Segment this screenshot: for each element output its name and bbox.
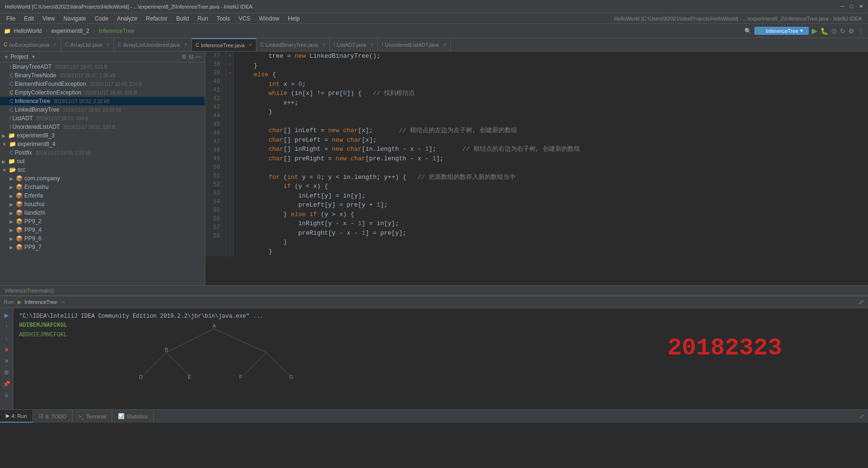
maximize-btn[interactable]: □ — [850, 3, 853, 10]
run-tab-label[interactable]: InferenceTree — [24, 299, 57, 305]
menu-file[interactable]: File — [2, 14, 19, 23]
sidebar-item-pp92[interactable]: ▶ 📦 PP9_2 — [0, 217, 205, 226]
bottom-tab-run[interactable]: ▶ 4: Run — [0, 410, 33, 423]
tab-close-listadt[interactable]: ✕ — [370, 42, 374, 47]
tab-close-onexception[interactable]: ✕ — [53, 42, 57, 47]
menu-view[interactable]: View — [39, 14, 59, 23]
sidebar-item-comcompany[interactable]: ▶ 📦 com.company — [0, 174, 205, 183]
sidebar-item-pp96[interactable]: ▶ 📦 PP9_6 — [0, 234, 205, 243]
run-scroll-up-btn[interactable]: ↑ — [1, 322, 12, 332]
sidebar-item-experiment83[interactable]: ▶ 📁 experiment8_3 — [0, 131, 205, 140]
tab-arraylistunordered[interactable]: C ArrayListUnordered.java ✕ — [114, 38, 192, 51]
menu-build[interactable]: Build — [172, 14, 193, 23]
code-line-37: tree = new LinkedBinaryTree(); — [239, 52, 863, 61]
debug-button[interactable]: 🐛 — [820, 27, 828, 35]
sidebar-item-listadt[interactable]: I ListADT 2019/11/17 18:51, 634 B — [0, 114, 205, 123]
code-editor[interactable]: 37 38 39 40 41 42 43 44 45 46 47 48 49 5… — [205, 52, 868, 285]
tab-unorderedlistadt[interactable]: I UnorderedListADT.java ✕ — [378, 38, 451, 51]
bottom-tab-todo[interactable]: ☑ 6: TODO — [33, 410, 73, 423]
run-config-selector[interactable]: ▶ InferenceTree ▾ — [754, 27, 809, 35]
run-left-toolbar: ▶ ↑ ↓ ■ ✕ ⚙ 📌 ≡ — [0, 308, 13, 409]
run-tab-close[interactable]: ✕ — [62, 300, 65, 305]
breadcrumb-file[interactable]: InferenceTree — [99, 28, 134, 34]
update-button[interactable]: ↻ — [840, 27, 846, 35]
settings-icon[interactable]: ⚙ — [848, 27, 855, 35]
sidebar-item-pp97[interactable]: ▶ 📦 PP9_7 — [0, 243, 205, 251]
coverage-button[interactable]: ⊙ — [831, 27, 837, 35]
line-num-44: 44 — [209, 112, 222, 120]
sidebar-item-erfenfa[interactable]: ▶ 📦 Erfenfa — [0, 191, 205, 200]
run-pin-btn[interactable]: 📌 — [1, 379, 12, 389]
tab-linkedbinarytree[interactable]: C LinkedBinaryTree.java ✕ — [256, 38, 329, 51]
code-line-58: } — [239, 247, 863, 257]
tab-close-arraylistunordered[interactable]: ✕ — [184, 42, 188, 47]
sidebar-close-icon[interactable]: — — [195, 53, 201, 60]
run-play-btn[interactable]: ▶ — [1, 310, 12, 321]
menu-vcs[interactable]: VCS — [235, 14, 254, 23]
tab-inferencetree[interactable]: C InferenceTree.java ✕ — [192, 38, 257, 51]
sidebar-item-liandizhi[interactable]: ▶ 📦 liandizhi — [0, 208, 205, 217]
folder-label-out: out — [17, 158, 25, 165]
breadcrumb-method[interactable]: main() — [39, 288, 54, 293]
menu-tools[interactable]: Tools — [213, 14, 234, 23]
sidebar-item-inferencetree[interactable]: C InferenceTree 2019/11/17 18:52, 2.32 k… — [0, 97, 205, 105]
line-num-40: 40 — [209, 77, 222, 86]
run-right-expand[interactable]: ⤢ — [858, 298, 864, 306]
run-close-tab-btn[interactable]: ✕ — [1, 356, 12, 366]
tab-onexception[interactable]: C onException.java ✕ — [0, 38, 61, 51]
menu-code[interactable]: Code — [91, 14, 112, 23]
breadcrumb-class[interactable]: InferenceTree — [5, 288, 37, 293]
menu-navigate[interactable]: Navigate — [60, 14, 90, 23]
menu-refactor[interactable]: Refactor — [142, 14, 171, 23]
run-stop-btn[interactable]: ■ — [1, 344, 12, 355]
breadcrumb-project[interactable]: HelloWorld — [14, 28, 42, 34]
run-filter-btn[interactable]: ≡ — [1, 390, 12, 401]
menu-help[interactable]: Help — [284, 14, 304, 23]
sidebar-item-houzhui[interactable]: ▶ 📦 houzhui — [0, 200, 205, 208]
tab-close-linkedbinarytree[interactable]: ✕ — [322, 42, 326, 47]
menu-window[interactable]: Window — [255, 14, 283, 23]
run-scroll-down-btn[interactable]: ↓ — [1, 333, 12, 343]
tab-listadt[interactable]: I ListADT.java ✕ — [330, 38, 378, 51]
sidebar-item-binarytreeadt[interactable]: I BinaryTreeADT 2019/11/17 18:47, 623 B — [0, 62, 205, 71]
sidebar-item-postfix[interactable]: C Postfix 2019/11/17 19:00, 2.25 kB — [0, 148, 205, 157]
sidebar-item-src[interactable]: ▼ 📂 src — [0, 166, 205, 174]
run-button[interactable]: ▶ — [812, 26, 817, 35]
project-dropdown-icon[interactable]: ▾ — [32, 53, 35, 60]
run-settings-btn[interactable]: ⚙ — [1, 367, 12, 378]
sidebar-item-out[interactable]: ▶ 📁 out — [0, 157, 205, 166]
tab-close-inferencetree[interactable]: ✕ — [248, 42, 252, 48]
sidebar-gear-icon[interactable]: ⚙ — [181, 53, 187, 60]
menu-analyze[interactable]: Analyze — [113, 14, 141, 23]
sidebar-item-linkedbinarytree[interactable]: C LinkedBinaryTree 2019/11/17 18:50, 13.… — [0, 105, 205, 114]
expand-icon-exp84: ▼ — [2, 142, 7, 147]
run-content: "C:\IDEA\IntelliJ IDEA Community Edition… — [13, 308, 868, 409]
bottom-tab-statistics[interactable]: 📊 Statistics — [112, 410, 154, 423]
tab-icon-arraylistunordered: C — [118, 42, 121, 47]
tab-close-arraylist[interactable]: ✕ — [106, 42, 110, 47]
sidebar-item-erchashu[interactable]: ▶ 📦 Erchashu — [0, 183, 205, 191]
sidebar-item-binarytreenode[interactable]: C BinaryTreeNode 2019/11/17 18:47, 2.06 … — [0, 71, 205, 80]
line-numbers: 37 38 39 40 41 42 43 44 45 46 47 48 49 5… — [205, 52, 226, 256]
sidebar-item-pp94[interactable]: ▶ 📦 PP9_4 — [0, 226, 205, 234]
line-num-37: 37 — [209, 52, 222, 60]
sidebar-layout-icon[interactable]: ⊟ — [189, 53, 193, 60]
sidebar-header[interactable]: ▼ Project ▾ ⚙ ⊟ — — [0, 52, 205, 62]
sidebar-item-unorderedlistadt[interactable]: I UnorderedListADT 2019/11/17 18:51, 220… — [0, 123, 205, 131]
bottom-tab-terminal[interactable]: >_ Terminal — [73, 410, 112, 423]
sidebar-item-experiment84[interactable]: ▼ 📁 experiment8_4 — [0, 140, 205, 148]
minimize-btn[interactable]: ─ — [841, 3, 845, 10]
bottom-expand-icon[interactable]: ⤢ — [859, 413, 864, 420]
close-btn[interactable]: ✕ — [859, 3, 863, 10]
tab-close-unorderedlistadt[interactable]: ✕ — [443, 42, 446, 47]
more-options-icon[interactable]: ⋮ — [857, 27, 864, 35]
code-lines[interactable]: tree = new LinkedBinaryTree(); } else { … — [234, 52, 868, 256]
menu-edit[interactable]: Edit — [20, 14, 38, 23]
tab-arraylist[interactable]: C ArrayList.java ✕ — [61, 38, 114, 51]
search-icon[interactable]: 🔍 — [744, 28, 752, 34]
sidebar-item-emptycollectionexception[interactable]: C EmptyCollectionException 2019/11/17 18… — [0, 88, 205, 97]
breadcrumb-folder[interactable]: experiment8_2 — [51, 28, 89, 34]
sidebar-item-elementnotfoundexception[interactable]: C ElementNotFoundException 2019/11/17 18… — [0, 80, 205, 88]
menu-run[interactable]: Run — [194, 14, 212, 23]
package-icon-pp97: 📦 — [16, 244, 23, 250]
